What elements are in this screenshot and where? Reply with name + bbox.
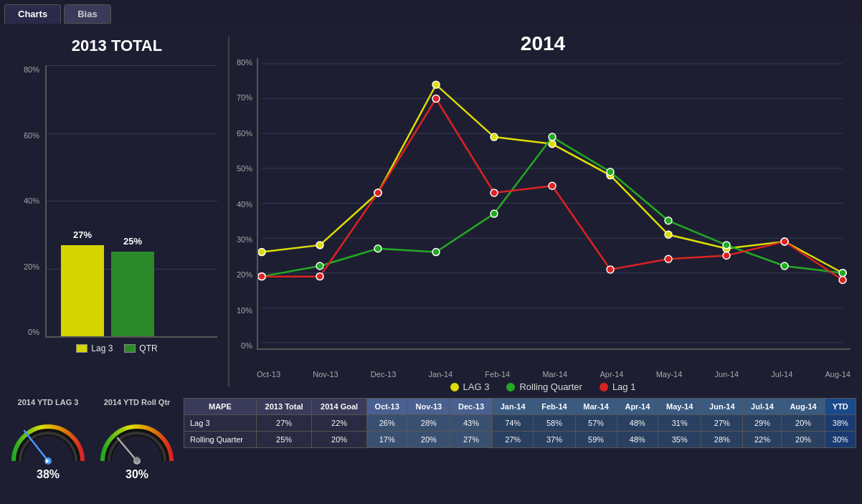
ry-10: 10% [237,306,252,315]
svg-point-34 [432,95,440,103]
th-feb14: Feb-14 [534,399,575,415]
svg-point-38 [665,255,672,262]
svg-point-30 [839,270,846,277]
td-rolling-mar14: 59% [575,432,617,448]
td-lag3-name: Lag 3 [184,415,257,432]
svg-point-21 [316,262,323,270]
left-bar-chart: 2013 TOTAL 80% 60% 40% 20% 0% [6,29,228,394]
ry-50: 50% [237,164,252,173]
gauge2-title: 2014 YTD Roll Qtr [104,398,171,406]
th-2014goal: 2014 Goal [312,399,366,415]
bar-legend: Lag 3 QTR [76,343,157,353]
xl-may14: May-14 [656,370,683,379]
td-rolling-nov13: 20% [407,432,450,448]
svg-point-29 [781,262,788,270]
bar-qtr: 25% [111,252,154,336]
legend-lag1-line: Lag 1 [600,381,636,392]
xl-mar14: Mar-14 [542,370,567,379]
right-chart-title: 2014 [521,32,565,55]
svg-point-41 [839,277,846,284]
gauge-ytd-lag3: 2014 YTD LAG 3 [9,398,87,481]
td-lag3-aug14: 20% [782,415,825,432]
svg-point-23 [432,249,440,256]
gauge2-value: 30% [125,468,148,481]
td-lag3-ytd: 38% [825,415,856,432]
table-row-rolling: Rolling Quarter 25% 20% 17% 20% 27% 27% … [184,432,856,448]
left-chart-title: 2013 TOTAL [72,37,162,55]
svg-point-33 [374,189,382,196]
td-lag3-goal: 22% [312,415,366,432]
svg-point-28 [723,242,730,249]
legend-rolling-text: Rolling Quarter [519,381,582,392]
legend-lag1-text: Lag 1 [612,381,636,392]
charts-area: 2013 TOTAL 80% 60% 40% 20% 0% [6,29,856,394]
gauge2-wrapper [98,409,176,467]
bar-lag3: 27% [61,245,104,336]
xl-aug14: Aug-14 [825,370,851,379]
td-rolling-oct13: 17% [366,432,407,448]
svg-point-16 [665,231,672,238]
td-rolling-feb14: 37% [534,432,575,448]
xl-jul14: Jul-14 [771,370,792,379]
data-table-container: MAPE 2013 Total 2014 Goal Oct-13 Nov-13 … [184,398,856,448]
xl-dec13: Dec-13 [371,370,396,379]
gauge1-value: 38% [37,468,60,481]
xl-oct13: Oct-13 [257,370,280,379]
y-label-80: 80% [24,65,39,74]
td-lag3-apr14: 48% [617,415,658,432]
line-chart-svg [258,58,851,348]
y-label-60: 60% [24,131,39,140]
xl-jun14: Jun-14 [715,370,739,379]
svg-point-24 [491,210,498,217]
th-mape: MAPE [184,399,257,415]
th-aug14: Aug-14 [782,399,825,415]
legend-lag3-line: LAG 3 [450,381,490,392]
svg-point-10 [316,242,323,249]
gauge1-svg [9,409,87,467]
th-2013total: 2013 Total [256,399,312,415]
legend-lag3-text: LAG 3 [463,381,490,392]
td-rolling-name: Rolling Quarter [184,432,257,448]
gauge1-wrapper [9,409,87,467]
td-rolling-jul14: 22% [743,432,782,448]
x-labels-row: Oct-13 Nov-13 Dec-13 Jan-14 Feb-14 Mar-1… [257,367,851,379]
td-rolling-aug14: 20% [782,432,825,448]
bar-qtr-label: 25% [123,236,142,247]
gauges-area: 2014 YTD LAG 3 [6,398,176,481]
th-oct13: Oct-13 [366,399,407,415]
tab-bias[interactable]: Bias [64,4,110,24]
xl-apr14: Apr-14 [600,370,623,379]
td-lag3-feb14: 58% [534,415,575,432]
bottom-area: 2014 YTD LAG 3 [6,398,856,498]
th-may14: May-14 [658,399,701,415]
ry-70: 70% [237,93,252,102]
svg-point-26 [607,168,614,176]
td-lag3-nov13: 28% [407,415,450,432]
th-mar14: Mar-14 [575,399,617,415]
line-chart-area [257,58,851,350]
svg-point-22 [374,245,382,252]
gauge1-title: 2014 YTD LAG 3 [18,398,79,406]
tab-bar: Charts Bias [0,0,862,24]
svg-point-27 [665,217,672,224]
legend-rolling-line: Rolling Quarter [506,381,582,392]
td-lag3-2013: 27% [256,415,312,432]
legend-qtr: QTR [124,343,157,353]
tab-charts[interactable]: Charts [4,4,61,24]
td-lag3-jan14: 74% [492,415,533,432]
td-rolling-jan14: 27% [492,432,533,448]
th-jan14: Jan-14 [492,399,533,415]
svg-point-36 [549,182,556,189]
svg-point-9 [258,249,265,256]
data-table: MAPE 2013 Total 2014 Goal Oct-13 Nov-13 … [184,398,856,448]
main-content: 2013 TOTAL 80% 60% 40% 20% 0% [0,24,862,504]
svg-point-40 [781,238,788,245]
th-dec13: Dec-13 [450,399,493,415]
td-rolling-apr14: 48% [617,432,658,448]
right-line-chart: 2014 80% 70% 60% 50% 40% 30% 20% 10% 0% [229,29,856,394]
svg-point-37 [607,266,614,273]
ry-80: 80% [237,58,252,67]
svg-point-13 [491,133,498,141]
td-lag3-oct13: 26% [366,415,407,432]
td-lag3-mar14: 57% [575,415,617,432]
